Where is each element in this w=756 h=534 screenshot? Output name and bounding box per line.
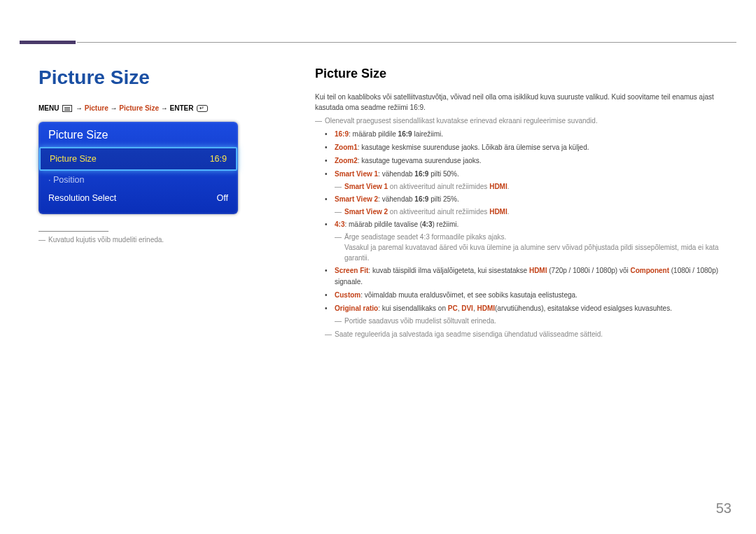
list-item-screen-fit: Screen Fit: kuvab täispildi ilma väljalõ… <box>335 265 721 288</box>
note-sources: Olenevalt praegusest sisendallikast kuva… <box>315 115 721 126</box>
breadcrumb: MENU → Picture → Picture Size → ENTER <box>38 104 280 112</box>
osd-panel: Picture Size Picture Size 16:9 · Positio… <box>38 122 238 214</box>
list-item-zoom2: Zoom2: kasutage tugevama suurenduse jaok… <box>335 155 721 167</box>
breadcrumb-arrow: → <box>161 104 168 112</box>
list-item-zoom1: Zoom1: kasutage keskmise suurenduse jaok… <box>335 142 721 153</box>
note-ports: Portide saadavus võib mudelist sõltuvalt… <box>335 316 721 326</box>
option-list: 16:9: määrab pildile 16:9 lairežiimi. Zo… <box>315 129 721 326</box>
osd-title: Picture Size <box>38 126 238 147</box>
list-item-4-3: 4:3: määrab pildile tavalise (4:3) režii… <box>335 219 721 263</box>
breadcrumb-picture-size: Picture Size <box>119 104 159 112</box>
osd-row-label: Picture Size <box>50 154 97 164</box>
page-title: Picture Size <box>38 66 280 89</box>
osd-row-label: Resolution Select <box>48 193 116 203</box>
osd-row-picture-size[interactable]: Picture Size 16:9 <box>39 147 237 171</box>
section-underline <box>20 41 76 44</box>
list-item-smart-view-2: Smart View 2: vähendab 16:9 pilti 25%. S… <box>335 194 721 217</box>
list-item-16-9: 16:9: määrab pildile 16:9 lairežiimi. <box>335 129 721 140</box>
menu-icon <box>62 105 72 112</box>
note-4-3: Ärge seadistage seadet 4:3 formaadile pi… <box>335 232 721 263</box>
osd-row-value: Off <box>217 193 228 203</box>
note-adjust: Saate reguleerida ja salvestada iga sead… <box>325 329 721 339</box>
list-item-custom: Custom: võimaldab muuta eraldusvõimet, e… <box>335 290 721 301</box>
right-column: Picture Size Kui teil on kaabliboks või … <box>315 66 721 339</box>
section-title: Picture Size <box>315 66 721 81</box>
breadcrumb-picture: Picture <box>85 104 108 112</box>
osd-row-resolution-select[interactable]: Resolution Select Off <box>38 189 238 207</box>
disclaimer-divider <box>38 231 108 232</box>
note-sv1: Smart View 1 on aktiveeritud ainult reži… <box>335 181 721 192</box>
breadcrumb-menu: MENU <box>38 104 59 112</box>
left-column: Picture Size MENU → Picture → Picture Si… <box>38 66 280 245</box>
list-item-original-ratio: Original ratio: kui sisendallikaks on PC… <box>335 303 721 326</box>
header-divider <box>77 42 736 43</box>
osd-row-position[interactable]: · Position <box>38 171 238 189</box>
breadcrumb-arrow: → <box>76 104 83 112</box>
page-number: 53 <box>716 500 732 517</box>
enter-icon <box>197 105 208 112</box>
breadcrumb-arrow: → <box>110 104 117 112</box>
intro-text: Kui teil on kaabliboks või satelliitvast… <box>315 92 721 113</box>
osd-row-label: · Position <box>48 175 84 185</box>
osd-disclaimer: Kuvatud kujutis võib mudeliti erineda. <box>38 234 280 245</box>
osd-row-value: 16:9 <box>210 154 227 164</box>
note-sv2: Smart View 2 on aktiveeritud ainult reži… <box>335 206 721 217</box>
list-item-smart-view-1: Smart View 1: vähendab 16:9 pilti 50%. S… <box>335 169 721 192</box>
breadcrumb-enter: ENTER <box>170 104 194 112</box>
